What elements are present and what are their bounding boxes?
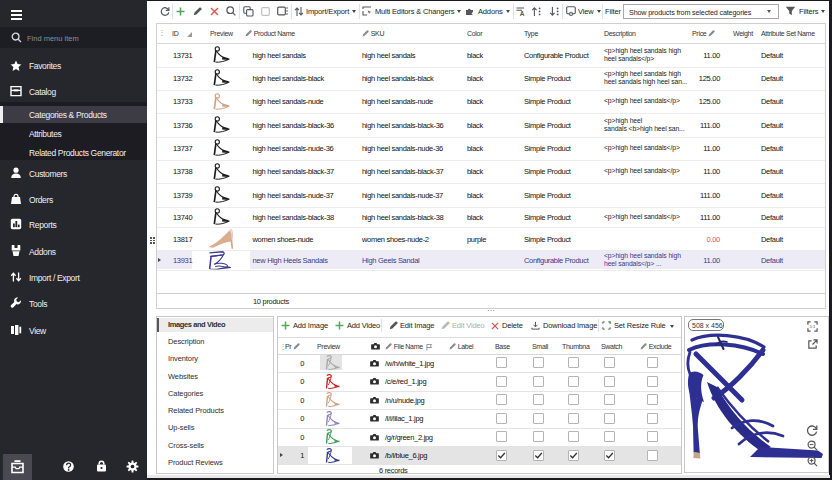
svg-text:1:1: 1:1 bbox=[810, 324, 816, 329]
svg-text:A: A bbox=[519, 9, 524, 15]
